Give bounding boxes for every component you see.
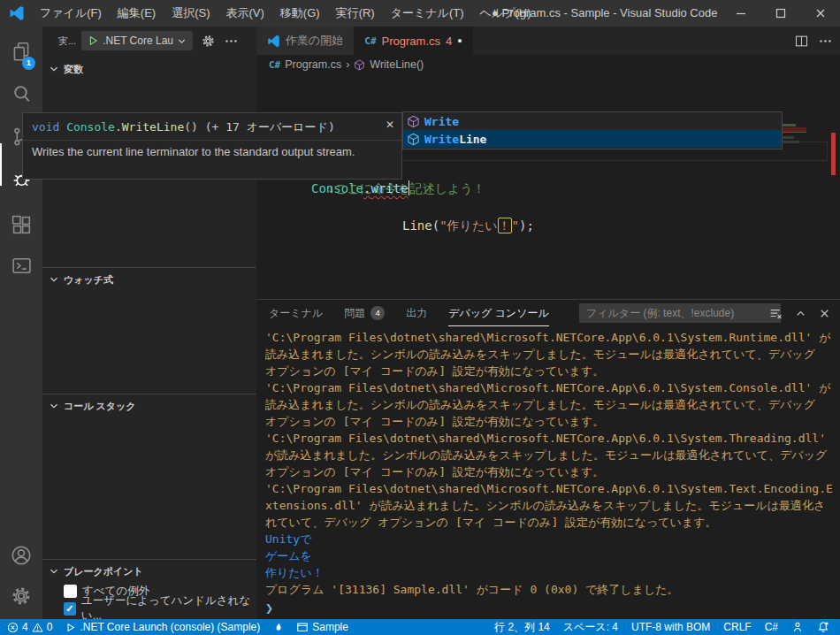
breadcrumb-symbol[interactable]: WriteLine() — [370, 58, 424, 71]
sidebar-item-extensions[interactable] — [0, 207, 42, 242]
menu-terminal[interactable]: ターミナル(T) — [383, 0, 472, 27]
token-class: Console — [66, 120, 115, 134]
more-actions-icon[interactable] — [818, 34, 833, 49]
language-mode-status[interactable]: C# — [765, 621, 778, 633]
notifications-button[interactable] — [817, 621, 829, 633]
menu-go[interactable]: 移動(G) — [272, 0, 328, 27]
hot-reload-status[interactable] — [272, 622, 284, 633]
clear-console-icon[interactable] — [768, 306, 783, 321]
filter-input[interactable] — [579, 303, 781, 323]
checkbox-unchecked[interactable] — [64, 585, 77, 598]
suggest-item-write[interactable]: Write — [403, 112, 782, 130]
sidebar-item-terminal-ext[interactable] — [0, 248, 42, 283]
console-stdout-line: ゲームを — [265, 547, 833, 564]
repl-prompt[interactable]: ❯ — [265, 601, 273, 616]
sidebar-item-search[interactable] — [0, 76, 42, 111]
menu-selection[interactable]: 選択(S) — [164, 0, 218, 27]
tab-terminal[interactable]: ターミナル — [269, 300, 323, 326]
close-hover-icon[interactable]: ✕ — [386, 119, 394, 131]
eol-status[interactable]: CRLF — [723, 621, 751, 633]
settings-button[interactable] — [0, 578, 42, 614]
section-callstack[interactable]: コール スタック — [42, 397, 256, 415]
chevron-up-icon[interactable] — [794, 307, 807, 320]
checkbox-checked[interactable] — [64, 602, 76, 616]
breadcrumb: C# Program.cs › WriteLine() — [256, 55, 840, 74]
debug-play-icon — [65, 622, 76, 633]
menu-view[interactable]: 表示(V) — [218, 0, 272, 27]
configure-gear-icon[interactable] — [201, 34, 216, 49]
menu-file[interactable]: ファイル(F) — [32, 0, 110, 27]
section-variables-label: 変数 — [64, 63, 83, 76]
error-count: 4 — [22, 621, 28, 633]
close-panel-icon[interactable] — [818, 307, 831, 320]
section-variables[interactable]: 変数 — [42, 60, 256, 78]
tab-output[interactable]: 出力 — [406, 300, 427, 326]
problems-status[interactable]: 4 0 — [7, 621, 52, 633]
suggest-label-rest: Line — [459, 133, 486, 146]
token-class: Console — [311, 181, 363, 195]
menu-run[interactable]: 実行(R) — [328, 0, 383, 27]
sidebar-item-explorer[interactable]: 1 — [0, 34, 42, 69]
csharp-file-icon: C# — [269, 59, 280, 71]
chevron-down-icon — [48, 63, 60, 75]
section-divider[interactable] — [42, 267, 256, 268]
account-button[interactable] — [0, 538, 42, 573]
chevron-down-icon — [176, 35, 187, 47]
breadcrumb-separator: › — [346, 58, 349, 71]
debug-target-status[interactable]: .NET Core Launch (console) (Sample) — [65, 621, 260, 633]
window-controls — [721, 0, 840, 27]
console-line: 'C:\Program Files\dotnet\shared\Microsof… — [265, 480, 833, 531]
section-callstack-label: コール スタック — [64, 400, 136, 413]
section-breakpoints[interactable]: ブレークポイント — [42, 562, 256, 580]
suggest-widget: Write WriteLine — [402, 111, 783, 149]
console-line: 'C:\Program Files\dotnet\shared\Microsof… — [265, 379, 833, 430]
section-watch[interactable]: ウォッチ式 — [42, 271, 256, 288]
tab-problems[interactable]: 問題 4 — [344, 300, 385, 326]
extensions-icon — [11, 214, 33, 236]
flame-icon — [272, 622, 284, 633]
workspace-status[interactable]: Sample — [296, 621, 348, 633]
encoding-status[interactable]: UTF-8 with BOM — [631, 621, 710, 633]
breadcrumb-file[interactable]: Program.cs — [285, 58, 341, 71]
token-member-error: write — [370, 181, 408, 195]
cursor-position-status[interactable]: 行 2、列 14 — [494, 620, 550, 635]
window-title: ● Program.cs - Sample - Visual Studio Co… — [492, 0, 717, 27]
section-watch-label: ウォッチ式 — [64, 273, 113, 287]
hover-signature: void Console.WriteLine() (+ 17 オーバーロード) — [23, 113, 401, 141]
maximize-button[interactable] — [760, 0, 800, 27]
suggest-label-match: Write — [424, 133, 459, 146]
close-icon — [813, 6, 828, 20]
dirty-indicator-icon[interactable]: ● — [457, 36, 462, 45]
feedback-button[interactable] — [791, 621, 804, 633]
tab-get-started[interactable]: 作業の開始 — [256, 27, 354, 55]
code-editor[interactable]: 1 ↓ここに命令を記述しよう！ 2 Console.write Line("作り… — [256, 74, 840, 299]
overview-ruler-error-mark — [831, 133, 836, 175]
indentation-status[interactable]: スペース: 4 — [563, 620, 618, 635]
close-button[interactable] — [800, 0, 840, 27]
person-icon — [791, 621, 804, 633]
menu-edit[interactable]: 編集(E) — [110, 0, 164, 27]
debug-console-output[interactable]: 'C:\Program Files\dotnet\shared\Microsof… — [256, 326, 840, 599]
split-editor-icon[interactable] — [794, 34, 809, 49]
launch-config-dropdown[interactable]: .NET Core Lau — [81, 31, 193, 50]
tab-debug-console[interactable]: デバッグ コンソール — [448, 300, 549, 326]
token-method: Line — [402, 218, 432, 233]
section-divider[interactable] — [42, 559, 256, 560]
suggest-item-writeline-selected[interactable]: WriteLine — [403, 130, 782, 148]
more-actions-icon[interactable] — [224, 34, 239, 49]
title-bar: ファイル(F) 編集(E) 選択(S) 表示(V) 移動(G) 実行(R) ター… — [0, 0, 840, 27]
active-view-indicator — [0, 143, 2, 186]
console-exit-line: プログラム '[31136] Sample.dll' がコード 0 (0x0) … — [265, 581, 833, 598]
vscode-logo-icon — [267, 34, 280, 48]
tab-error-count: 4 — [446, 34, 452, 48]
section-divider[interactable] — [42, 394, 256, 394]
maximize-icon — [774, 6, 788, 20]
tab-label: 出力 — [406, 306, 427, 321]
bell-icon — [817, 621, 829, 633]
warning-icon — [32, 622, 43, 633]
breakpoint-user-unhandled: ユーザーによってハンドルされない... — [64, 601, 256, 616]
token-paren: ); — [519, 218, 534, 233]
minimize-button[interactable] — [721, 0, 760, 27]
chevron-down-icon — [48, 273, 60, 286]
tab-program-cs[interactable]: C# Program.cs 4 ● — [354, 27, 472, 55]
